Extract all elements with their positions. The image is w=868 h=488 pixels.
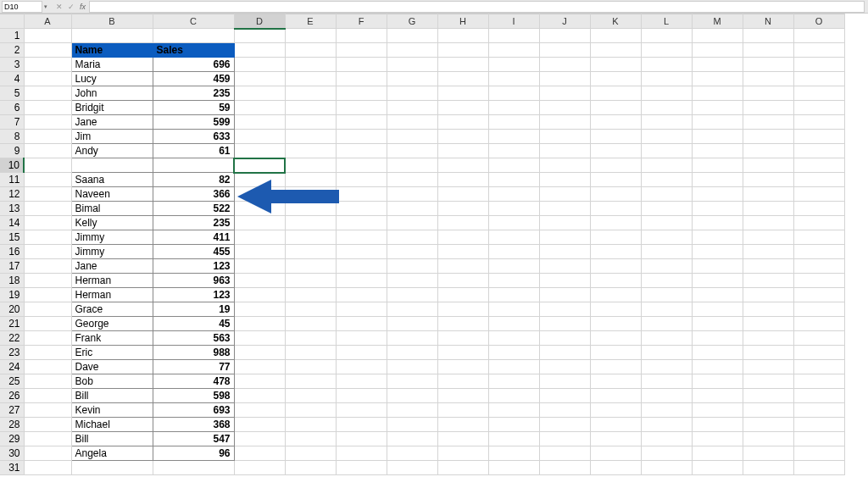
cell-H7[interactable]	[437, 115, 488, 130]
cell-B31[interactable]	[71, 461, 153, 475]
cell-N19[interactable]	[743, 288, 793, 302]
cell-K6[interactable]	[590, 101, 641, 115]
cell-A1[interactable]	[24, 29, 71, 43]
cell-F16[interactable]	[336, 245, 387, 259]
cell-J6[interactable]	[539, 101, 590, 115]
row-header-9[interactable]: 9	[0, 144, 24, 158]
cell-C23[interactable]: 988	[153, 346, 234, 360]
cell-A22[interactable]	[24, 331, 71, 346]
cell-I10[interactable]	[488, 158, 539, 173]
cell-K7[interactable]	[590, 115, 641, 130]
cell-C14[interactable]: 235	[153, 216, 234, 230]
cell-E18[interactable]	[285, 274, 336, 288]
cell-E17[interactable]	[285, 259, 336, 274]
cell-B25[interactable]: Bob	[71, 374, 153, 389]
cell-M4[interactable]	[692, 72, 743, 86]
cell-M22[interactable]	[692, 331, 743, 346]
cell-K27[interactable]	[590, 403, 641, 418]
cell-O21[interactable]	[793, 317, 844, 331]
cell-C25[interactable]: 478	[153, 374, 234, 389]
cell-D28[interactable]	[234, 418, 285, 432]
cell-O5[interactable]	[793, 86, 844, 101]
cell-B23[interactable]: Eric	[71, 346, 153, 360]
cell-N12[interactable]	[743, 187, 793, 202]
cell-L13[interactable]	[641, 202, 692, 216]
cell-J19[interactable]	[539, 288, 590, 302]
cell-I14[interactable]	[488, 216, 539, 230]
cell-A21[interactable]	[24, 317, 71, 331]
cell-A3[interactable]	[24, 58, 71, 72]
cell-K29[interactable]	[590, 432, 641, 446]
row-header-26[interactable]: 26	[0, 389, 24, 403]
cell-G21[interactable]	[387, 317, 437, 331]
cell-F6[interactable]	[336, 101, 387, 115]
cell-J22[interactable]	[539, 331, 590, 346]
cell-B16[interactable]: Jimmy	[71, 245, 153, 259]
cell-K11[interactable]	[590, 173, 641, 187]
cell-L19[interactable]	[641, 288, 692, 302]
cell-L28[interactable]	[641, 418, 692, 432]
cell-G5[interactable]	[387, 86, 437, 101]
cell-J12[interactable]	[539, 187, 590, 202]
cell-N29[interactable]	[743, 432, 793, 446]
cell-O17[interactable]	[793, 259, 844, 274]
cell-N17[interactable]	[743, 259, 793, 274]
cell-E11[interactable]	[285, 173, 336, 187]
row-header-2[interactable]: 2	[0, 43, 24, 58]
cell-J16[interactable]	[539, 245, 590, 259]
cell-J26[interactable]	[539, 389, 590, 403]
grid[interactable]: ABCDEFGHIJKLMNO12NameSales3Maria6964Lucy…	[0, 14, 868, 475]
cell-J1[interactable]	[539, 29, 590, 43]
cell-D23[interactable]	[234, 346, 285, 360]
cell-I20[interactable]	[488, 302, 539, 317]
cell-G25[interactable]	[387, 374, 437, 389]
cell-E26[interactable]	[285, 389, 336, 403]
cell-N25[interactable]	[743, 374, 793, 389]
cell-K25[interactable]	[590, 374, 641, 389]
accept-icon[interactable]: ✓	[68, 3, 75, 11]
cell-C24[interactable]: 77	[153, 360, 234, 374]
cell-N23[interactable]	[743, 346, 793, 360]
cell-O1[interactable]	[793, 29, 844, 43]
cell-K9[interactable]	[590, 144, 641, 158]
cell-N6[interactable]	[743, 101, 793, 115]
cell-I27[interactable]	[488, 403, 539, 418]
cell-J25[interactable]	[539, 374, 590, 389]
namebox-dropdown-icon[interactable]: ▾	[42, 3, 49, 10]
cell-E4[interactable]	[285, 72, 336, 86]
cell-F9[interactable]	[336, 144, 387, 158]
row-header-30[interactable]: 30	[0, 446, 24, 461]
cell-D12[interactable]	[234, 187, 285, 202]
cell-H24[interactable]	[437, 360, 488, 374]
cell-L11[interactable]	[641, 173, 692, 187]
cell-H13[interactable]	[437, 202, 488, 216]
cell-B27[interactable]: Kevin	[71, 403, 153, 418]
cell-F23[interactable]	[336, 346, 387, 360]
cell-O7[interactable]	[793, 115, 844, 130]
cell-J17[interactable]	[539, 259, 590, 274]
cell-G23[interactable]	[387, 346, 437, 360]
cell-O24[interactable]	[793, 360, 844, 374]
cell-H14[interactable]	[437, 216, 488, 230]
cell-F13[interactable]	[336, 202, 387, 216]
cell-M16[interactable]	[692, 245, 743, 259]
cell-K24[interactable]	[590, 360, 641, 374]
cell-I11[interactable]	[488, 173, 539, 187]
cell-K31[interactable]	[590, 461, 641, 475]
cell-N5[interactable]	[743, 86, 793, 101]
cell-O18[interactable]	[793, 274, 844, 288]
cell-N8[interactable]	[743, 130, 793, 144]
cell-G20[interactable]	[387, 302, 437, 317]
select-all-corner[interactable]	[0, 14, 24, 29]
cell-J31[interactable]	[539, 461, 590, 475]
cell-J18[interactable]	[539, 274, 590, 288]
cell-E13[interactable]	[285, 202, 336, 216]
cell-L5[interactable]	[641, 86, 692, 101]
cell-N1[interactable]	[743, 29, 793, 43]
cell-C10[interactable]	[153, 158, 234, 173]
cell-B9[interactable]: Andy	[71, 144, 153, 158]
cell-C29[interactable]: 547	[153, 432, 234, 446]
cell-A31[interactable]	[24, 461, 71, 475]
cell-G16[interactable]	[387, 245, 437, 259]
cell-I7[interactable]	[488, 115, 539, 130]
